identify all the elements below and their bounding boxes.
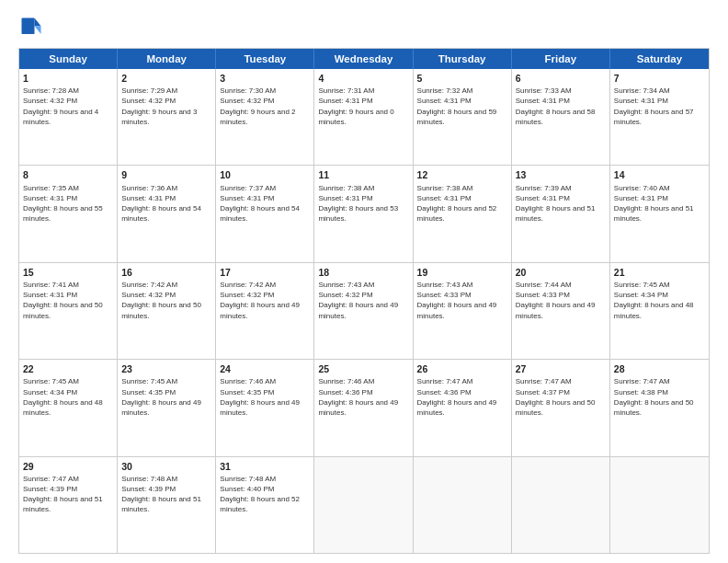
calendar-cell	[512, 457, 610, 553]
cell-text: Sunrise: 7:30 AM Sunset: 4:32 PM Dayligh…	[220, 86, 310, 127]
calendar-cell: 11Sunrise: 7:38 AM Sunset: 4:31 PM Dayli…	[314, 166, 413, 261]
cell-text: Sunrise: 7:45 AM Sunset: 4:34 PM Dayligh…	[614, 280, 705, 321]
day-number: 14	[614, 168, 705, 181]
cell-text: Sunrise: 7:48 AM Sunset: 4:39 PM Dayligh…	[121, 474, 211, 515]
day-number: 10	[220, 168, 310, 181]
calendar-cell: 16Sunrise: 7:42 AM Sunset: 4:32 PM Dayli…	[118, 263, 216, 359]
calendar: SundayMondayTuesdayWednesdayThursdayFrid…	[18, 48, 710, 554]
calendar-week-row: 29Sunrise: 7:47 AM Sunset: 4:39 PM Dayli…	[19, 456, 709, 553]
day-number: 6	[516, 72, 606, 85]
day-number: 30	[121, 460, 211, 473]
cell-text: Sunrise: 7:47 AM Sunset: 4:36 PM Dayligh…	[417, 376, 507, 418]
calendar-cell: 17Sunrise: 7:42 AM Sunset: 4:32 PM Dayli…	[216, 263, 314, 359]
day-number: 5	[417, 72, 507, 85]
calendar-cell: 3Sunrise: 7:30 AM Sunset: 4:32 PM Daylig…	[216, 69, 314, 165]
day-number: 27	[516, 362, 606, 375]
day-number: 8	[23, 168, 113, 181]
calendar-header-row: SundayMondayTuesdayWednesdayThursdayFrid…	[19, 49, 709, 69]
cell-text: Sunrise: 7:43 AM Sunset: 4:32 PM Dayligh…	[318, 280, 408, 321]
cell-text: Sunrise: 7:46 AM Sunset: 4:36 PM Dayligh…	[318, 376, 408, 418]
calendar-cell: 9Sunrise: 7:36 AM Sunset: 4:31 PM Daylig…	[118, 166, 216, 261]
cell-text: Sunrise: 7:35 AM Sunset: 4:31 PM Dayligh…	[23, 183, 113, 224]
calendar-cell: 29Sunrise: 7:47 AM Sunset: 4:39 PM Dayli…	[19, 457, 118, 553]
calendar-cell: 7Sunrise: 7:34 AM Sunset: 4:31 PM Daylig…	[610, 69, 709, 165]
cell-text: Sunrise: 7:40 AM Sunset: 4:31 PM Dayligh…	[614, 183, 705, 224]
calendar-cell: 13Sunrise: 7:39 AM Sunset: 4:31 PM Dayli…	[512, 166, 610, 261]
weekday-header: Thursday	[414, 49, 512, 69]
cell-text: Sunrise: 7:28 AM Sunset: 4:32 PM Dayligh…	[23, 86, 113, 127]
day-number: 17	[220, 266, 310, 279]
cell-text: Sunrise: 7:36 AM Sunset: 4:31 PM Dayligh…	[121, 183, 211, 224]
calendar-cell: 20Sunrise: 7:44 AM Sunset: 4:33 PM Dayli…	[512, 263, 610, 359]
cell-text: Sunrise: 7:38 AM Sunset: 4:31 PM Dayligh…	[417, 183, 507, 224]
cell-text: Sunrise: 7:46 AM Sunset: 4:35 PM Dayligh…	[220, 376, 310, 418]
day-number: 20	[516, 266, 606, 279]
day-number: 22	[23, 362, 113, 375]
day-number: 2	[121, 72, 211, 85]
calendar-cell: 21Sunrise: 7:45 AM Sunset: 4:34 PM Dayli…	[610, 263, 709, 359]
day-number: 18	[318, 266, 408, 279]
calendar-cell: 4Sunrise: 7:31 AM Sunset: 4:31 PM Daylig…	[314, 69, 413, 165]
calendar-cell: 2Sunrise: 7:29 AM Sunset: 4:32 PM Daylig…	[118, 69, 216, 165]
day-number: 11	[318, 168, 408, 181]
calendar-body: 1Sunrise: 7:28 AM Sunset: 4:32 PM Daylig…	[19, 69, 709, 553]
cell-text: Sunrise: 7:43 AM Sunset: 4:33 PM Dayligh…	[417, 280, 507, 321]
day-number: 12	[417, 168, 507, 181]
calendar-cell: 15Sunrise: 7:41 AM Sunset: 4:31 PM Dayli…	[19, 263, 118, 359]
calendar-cell: 22Sunrise: 7:45 AM Sunset: 4:34 PM Dayli…	[19, 360, 118, 455]
day-number: 23	[121, 362, 211, 375]
calendar-cell	[414, 457, 512, 553]
cell-text: Sunrise: 7:47 AM Sunset: 4:39 PM Dayligh…	[23, 474, 113, 515]
calendar-cell: 25Sunrise: 7:46 AM Sunset: 4:36 PM Dayli…	[314, 360, 413, 455]
calendar-cell: 1Sunrise: 7:28 AM Sunset: 4:32 PM Daylig…	[19, 69, 118, 165]
cell-text: Sunrise: 7:34 AM Sunset: 4:31 PM Dayligh…	[614, 86, 705, 127]
calendar-cell: 8Sunrise: 7:35 AM Sunset: 4:31 PM Daylig…	[19, 166, 118, 261]
day-number: 13	[516, 168, 606, 181]
day-number: 29	[23, 460, 113, 473]
calendar-cell: 31Sunrise: 7:48 AM Sunset: 4:40 PM Dayli…	[216, 457, 314, 553]
calendar-week-row: 8Sunrise: 7:35 AM Sunset: 4:31 PM Daylig…	[19, 165, 709, 261]
calendar-cell: 6Sunrise: 7:33 AM Sunset: 4:31 PM Daylig…	[512, 69, 610, 165]
calendar-cell: 5Sunrise: 7:32 AM Sunset: 4:31 PM Daylig…	[414, 69, 512, 165]
calendar-cell: 18Sunrise: 7:43 AM Sunset: 4:32 PM Dayli…	[314, 263, 413, 359]
weekday-header: Saturday	[610, 49, 709, 69]
weekday-header: Tuesday	[216, 49, 314, 69]
day-number: 4	[318, 72, 408, 85]
calendar-cell: 14Sunrise: 7:40 AM Sunset: 4:31 PM Dayli…	[610, 166, 709, 261]
day-number: 16	[121, 266, 211, 279]
cell-text: Sunrise: 7:39 AM Sunset: 4:31 PM Dayligh…	[516, 183, 606, 224]
weekday-header: Friday	[512, 49, 610, 69]
svg-rect-2	[22, 18, 35, 35]
cell-text: Sunrise: 7:41 AM Sunset: 4:31 PM Dayligh…	[23, 280, 113, 321]
cell-text: Sunrise: 7:42 AM Sunset: 4:32 PM Dayligh…	[220, 280, 310, 321]
cell-text: Sunrise: 7:47 AM Sunset: 4:37 PM Dayligh…	[516, 376, 606, 418]
cell-text: Sunrise: 7:38 AM Sunset: 4:31 PM Dayligh…	[318, 183, 408, 224]
calendar-cell: 12Sunrise: 7:38 AM Sunset: 4:31 PM Dayli…	[414, 166, 512, 261]
logo-icon	[18, 15, 44, 40]
day-number: 19	[417, 266, 507, 279]
cell-text: Sunrise: 7:33 AM Sunset: 4:31 PM Dayligh…	[516, 86, 606, 127]
weekday-header: Wednesday	[314, 49, 413, 69]
day-number: 26	[417, 362, 507, 375]
day-number: 1	[23, 72, 113, 85]
calendar-cell: 24Sunrise: 7:46 AM Sunset: 4:35 PM Dayli…	[216, 360, 314, 455]
day-number: 28	[614, 362, 705, 375]
cell-text: Sunrise: 7:44 AM Sunset: 4:33 PM Dayligh…	[516, 280, 606, 321]
calendar-cell: 23Sunrise: 7:45 AM Sunset: 4:35 PM Dayli…	[118, 360, 216, 455]
calendar-cell	[610, 457, 709, 553]
cell-text: Sunrise: 7:37 AM Sunset: 4:31 PM Dayligh…	[220, 183, 310, 224]
day-number: 25	[318, 362, 408, 375]
day-number: 15	[23, 266, 113, 279]
cell-text: Sunrise: 7:48 AM Sunset: 4:40 PM Dayligh…	[220, 474, 310, 515]
cell-text: Sunrise: 7:45 AM Sunset: 4:35 PM Dayligh…	[121, 376, 211, 418]
day-number: 21	[614, 266, 705, 279]
cell-text: Sunrise: 7:29 AM Sunset: 4:32 PM Dayligh…	[121, 86, 211, 127]
calendar-cell: 27Sunrise: 7:47 AM Sunset: 4:37 PM Dayli…	[512, 360, 610, 455]
calendar-cell: 28Sunrise: 7:47 AM Sunset: 4:38 PM Dayli…	[610, 360, 709, 455]
day-number: 7	[614, 72, 705, 85]
day-number: 24	[220, 362, 310, 375]
cell-text: Sunrise: 7:42 AM Sunset: 4:32 PM Dayligh…	[121, 280, 211, 321]
day-number: 9	[121, 168, 211, 181]
header	[18, 15, 710, 40]
cell-text: Sunrise: 7:32 AM Sunset: 4:31 PM Dayligh…	[417, 86, 507, 127]
